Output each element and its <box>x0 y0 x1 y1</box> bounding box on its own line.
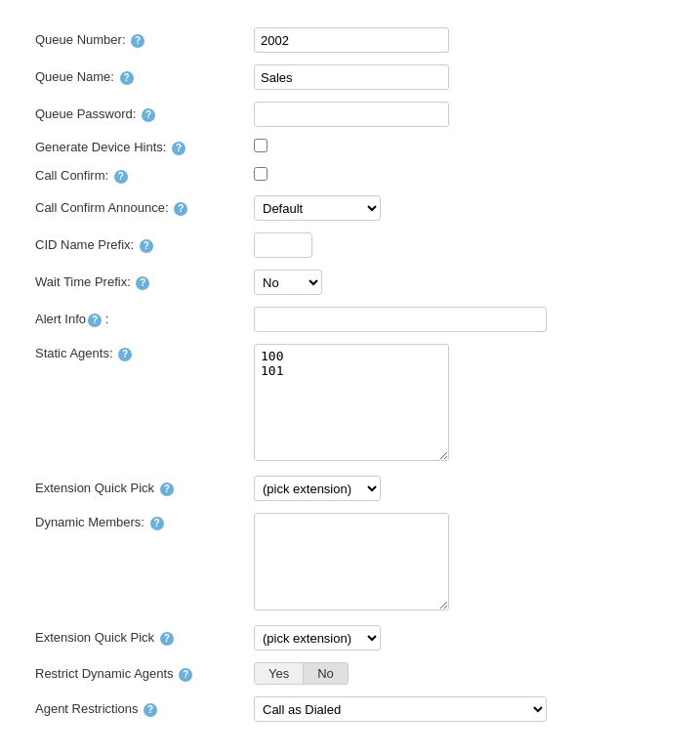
dynamic-members-row: Dynamic Members: ? <box>29 509 671 617</box>
call-confirm-row: Call Confirm: ? <box>29 163 671 188</box>
call-confirm-checkbox[interactable] <box>254 167 268 181</box>
cid-name-prefix-input[interactable] <box>254 232 312 258</box>
call-confirm-label: Call Confirm: <box>35 168 108 183</box>
wait-time-prefix-select[interactable]: No Yes <box>254 270 322 295</box>
dynamic-members-help-icon[interactable]: ? <box>150 517 164 530</box>
call-confirm-announce-select[interactable]: Default <box>254 195 381 221</box>
queue-name-help-icon[interactable]: ? <box>120 71 134 85</box>
alert-info-input[interactable] <box>254 307 547 332</box>
restrict-dynamic-agents-yes-button[interactable]: Yes <box>255 663 304 684</box>
restrict-dynamic-agents-help-icon[interactable]: ? <box>179 668 192 682</box>
dynamic-members-label: Dynamic Members: <box>35 515 144 529</box>
queue-number-row: Queue Number: ? <box>29 23 671 57</box>
queue-password-label: Queue Password: <box>35 106 136 121</box>
agent-restrictions-help-icon[interactable]: ? <box>144 703 157 717</box>
dynamic-members-textarea[interactable] <box>254 513 449 610</box>
alert-info-help-icon[interactable]: ? <box>88 314 102 327</box>
generate-device-hints-label: Generate Device Hints: <box>35 140 166 154</box>
extension-quick-pick-2-select[interactable]: (pick extension) <box>254 625 381 651</box>
queue-password-input[interactable] <box>254 102 449 127</box>
wait-time-prefix-row: Wait Time Prefix: ? No Yes <box>29 266 671 299</box>
static-agents-help-icon[interactable]: ? <box>118 348 132 361</box>
extension-quick-pick-2-help-icon[interactable]: ? <box>160 632 174 646</box>
restrict-dynamic-agents-no-button[interactable]: No <box>304 663 348 684</box>
restrict-dynamic-agents-toggle: Yes No <box>254 662 349 685</box>
alert-info-row: Alert Info? : <box>29 303 671 336</box>
generate-device-hints-row: Generate Device Hints: ? <box>29 135 671 159</box>
wait-time-prefix-label: Wait Time Prefix: <box>35 274 131 289</box>
extension-quick-pick-1-label: Extension Quick Pick <box>35 481 154 495</box>
agent-restrictions-select[interactable]: Call as Dialed Option2 Option3 <box>254 696 547 722</box>
static-agents-label: Static Agents: <box>35 346 113 360</box>
cid-name-prefix-help-icon[interactable]: ? <box>140 239 153 253</box>
queue-name-label: Queue Name: <box>35 69 114 84</box>
extension-quick-pick-1-help-icon[interactable]: ? <box>160 483 174 496</box>
queue-password-row: Queue Password: ? <box>29 98 671 131</box>
extension-quick-pick-2-label: Extension Quick Pick <box>35 630 154 645</box>
static-agents-textarea[interactable]: 100 101 <box>254 344 449 461</box>
alert-info-colon: : <box>102 312 108 326</box>
queue-number-help-icon[interactable]: ? <box>131 34 144 48</box>
extension-quick-pick-2-row: Extension Quick Pick ? (pick extension) <box>29 621 671 654</box>
agent-restrictions-label: Agent Restrictions <box>35 701 139 716</box>
cid-name-prefix-label: CID Name Prefix: <box>35 237 134 252</box>
generate-device-hints-checkbox[interactable] <box>254 139 268 152</box>
static-agents-row: Static Agents: ? 100 101 <box>29 340 671 468</box>
agent-restrictions-row: Agent Restrictions ? Call as Dialed Opti… <box>29 693 671 726</box>
wait-time-prefix-help-icon[interactable]: ? <box>136 276 149 290</box>
extension-quick-pick-1-select[interactable]: (pick extension) <box>254 476 381 501</box>
call-confirm-announce-label: Call Confirm Announce: <box>35 200 169 215</box>
queue-number-label: Queue Number: <box>35 32 126 47</box>
call-confirm-announce-help-icon[interactable]: ? <box>174 202 187 216</box>
generate-device-hints-help-icon[interactable]: ? <box>172 142 185 155</box>
queue-password-help-icon[interactable]: ? <box>142 108 155 122</box>
cid-name-prefix-row: CID Name Prefix: ? <box>29 229 671 262</box>
extension-quick-pick-1-row: Extension Quick Pick ? (pick extension) <box>29 472 671 505</box>
restrict-dynamic-agents-row: Restrict Dynamic Agents ? Yes No <box>29 658 671 689</box>
call-confirm-announce-row: Call Confirm Announce: ? Default <box>29 191 671 225</box>
alert-info-label: Alert Info? : <box>35 312 108 326</box>
call-confirm-help-icon[interactable]: ? <box>114 170 128 184</box>
restrict-dynamic-agents-label: Restrict Dynamic Agents <box>35 666 174 681</box>
queue-name-input[interactable] <box>254 64 449 90</box>
queue-number-input[interactable] <box>254 27 449 53</box>
queue-name-row: Queue Name: ? <box>29 61 671 94</box>
